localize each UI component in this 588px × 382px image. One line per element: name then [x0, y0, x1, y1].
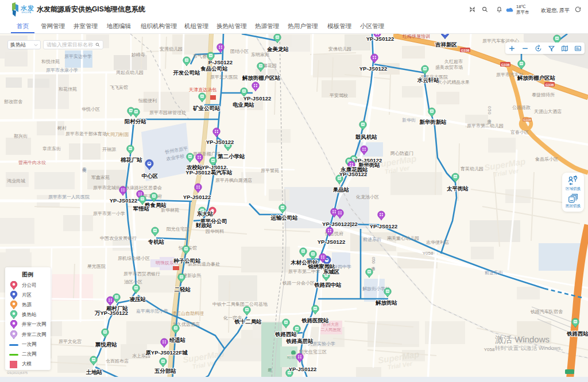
svg-text:育英幼儿园: 育英幼儿园: [460, 166, 483, 171]
svg-text:原平市西贸易银行: 原平市西贸易银行: [123, 271, 160, 276]
svg-text:原平市第一人民医院: 原平市第一人民医院: [48, 194, 90, 200]
svg-text:Y058: Y058: [484, 347, 495, 352]
svg-text:铁路医院站: 铁路医院站: [301, 317, 329, 323]
svg-text:Y058: Y058: [423, 251, 434, 256]
svg-text:嘉平南示范小学: 嘉平南示范小学: [136, 309, 168, 314]
svg-text:天津直达汤包: 天津直达汤包: [189, 87, 216, 92]
svg-text:水云轩站: 水云轩站: [417, 77, 440, 83]
svg-text:YP-JS0122: YP-JS0122: [339, 171, 368, 177]
svg-text:G338: G338: [461, 49, 470, 52]
svg-text:妙峰寺: 妙峰寺: [131, 52, 145, 57]
svg-text:铁路西站: 铁路西站: [274, 331, 297, 337]
svg-text:种子公司站: 种子公司站: [173, 258, 201, 264]
svg-text:运输公司站: 运输公司站: [270, 215, 298, 221]
svg-text:營南牛肉水饺: 營南牛肉水饺: [18, 160, 46, 165]
svg-text:天涯山大酒店: 天涯山大酒店: [534, 109, 562, 114]
svg-text:和花佳苑: 和花佳苑: [59, 87, 77, 92]
svg-text:YP-JS0122|22: YP-JS0122|22: [322, 221, 358, 227]
svg-text:公路路政: 公路路政: [512, 105, 531, 110]
svg-text:恒能便利: 恒能便利: [138, 98, 157, 103]
svg-text:飞飞宾馆: 飞飞宾馆: [110, 85, 128, 90]
svg-text:开福源: 开福源: [102, 147, 117, 152]
svg-text:化龙池小区: 化龙池小区: [355, 194, 379, 200]
svg-text:第二小学站: 第二小学站: [217, 153, 245, 159]
svg-text:万YP-JS0122: 万YP-JS0122: [94, 310, 128, 316]
svg-text:仓百姓布店: 仓百姓布店: [106, 358, 129, 364]
svg-text:五分部站: 五分部站: [154, 368, 177, 374]
svg-text:食品公司站: 食品公司站: [200, 65, 228, 72]
svg-text:经适站: 经适站: [169, 337, 186, 343]
svg-text:YP-JS0122: YP-JS0122: [318, 239, 346, 245]
svg-text:阳村分站: 阳村分站: [125, 118, 147, 124]
svg-text:东大站: 东大站: [196, 211, 214, 217]
svg-text:矿业公司站: 矿业公司站: [192, 105, 220, 111]
svg-text:阳光住宅区: 阳光住宅区: [167, 227, 189, 232]
svg-text:解放街棚户区站: 解放街棚户区站: [242, 75, 281, 81]
svg-text:大小武精品水果: 大小武精品水果: [438, 80, 470, 85]
svg-text:YP-JS012曷汽车站: YP-JS012曷汽车站: [185, 169, 233, 176]
svg-text:团结小区: 团结小区: [230, 49, 249, 54]
svg-text:周起点幼儿园: 周起点幼儿园: [116, 70, 144, 75]
svg-text:凌压站: 凌压站: [130, 296, 146, 302]
svg-text:中国农业发展银行: 中国农业发展银行: [100, 236, 137, 241]
svg-text:大同刀削面: 大同刀削面: [106, 132, 129, 137]
svg-text:太平街站: 太平街站: [446, 185, 469, 192]
svg-text:章庄东街: 章庄东街: [42, 146, 61, 151]
svg-text:鸿业尚城: 鸿业尚城: [7, 178, 25, 184]
svg-text:果品站: 果品站: [333, 186, 350, 193]
svg-text:原平丹枫白露酒店: 原平丹枫白露酒店: [215, 178, 252, 183]
svg-text:油区小区: 油区小区: [124, 279, 142, 284]
svg-text:志华便利店: 志华便利店: [426, 240, 449, 245]
svg-text:浸江山自助料理: 浸江山自助料理: [172, 311, 204, 316]
svg-text:YP-JS0122: YP-JS0122: [183, 194, 211, 200]
svg-text:园华饲料: 园华饲料: [206, 229, 224, 234]
svg-text:铁路一分会小区: 铁路一分会小区: [282, 280, 315, 286]
svg-text:安佛幼儿园: 安佛幼儿园: [328, 46, 351, 52]
svg-text:G338: G338: [546, 83, 554, 87]
svg-text:二轻站: 二轻站: [175, 286, 191, 293]
svg-text:和悦佳苑: 和悦佳苑: [41, 59, 60, 64]
svg-text:解放街棚户区站: 解放街棚户区站: [517, 75, 556, 81]
svg-text:原平市第一小学: 原平市第一小学: [93, 211, 125, 216]
svg-text:铁路高层站: 铁路高层站: [285, 338, 314, 344]
svg-text:原平市园林管理处: 原平市园林管理处: [149, 110, 186, 115]
svg-text:吉祥新区: 吉祥新区: [435, 41, 458, 48]
svg-text:军悟站: 军悟站: [133, 205, 150, 212]
svg-text:官春小区: 官春小区: [510, 130, 529, 135]
svg-text:铁路西站: 铁路西站: [566, 330, 588, 337]
svg-text:原平市第二中学: 原平市第二中学: [288, 269, 320, 274]
svg-text:星光医院: 星光医院: [87, 264, 106, 269]
svg-text:两心防盗门: 两心防盗门: [390, 151, 413, 156]
svg-text:盛美农贸市场: 盛美农贸市场: [435, 65, 463, 70]
svg-text:原平市老干部体育场: 原平市老干部体育场: [65, 131, 107, 137]
svg-text:久红超市: 久红超市: [444, 59, 463, 64]
svg-text:新华街: 新华街: [402, 118, 416, 123]
svg-text:安博幼儿园: 安博幼儿园: [160, 46, 183, 52]
svg-text:专机站: 专机站: [148, 239, 165, 245]
svg-text:华悦小区: 华悦小区: [82, 107, 100, 112]
svg-text:YP-JS0122: YP-JS0122: [110, 197, 138, 204]
svg-text:平安驾校: 平安驾校: [330, 93, 348, 98]
svg-text:铁路四中站: 铁路四中站: [314, 282, 342, 288]
svg-text:解放街站: 解放街站: [375, 299, 398, 306]
svg-text:YP-JS0122: YP-JS0122: [289, 366, 317, 372]
svg-text:票悦府站: 票悦府站: [95, 341, 118, 348]
svg-text:财政站: 财政站: [195, 222, 212, 228]
svg-text:原平北大医院: 原平北大医院: [210, 75, 238, 80]
svg-text:铁十二局站: 铁十二局站: [234, 318, 262, 325]
svg-text:铁路汽车队宿舍: 铁路汽车队宿舍: [530, 309, 563, 314]
svg-text:转到"设置"以激活 Windows。: 转到"设置"以激活 Windows。: [495, 345, 566, 351]
svg-text:鼓风机站: 鼓风机站: [355, 134, 378, 140]
svg-text:鄯兴街: 鄯兴街: [14, 134, 28, 139]
svg-text:中铁十二局集团二公司基地: 中铁十二局集团二公司基地: [212, 302, 268, 307]
svg-text:南关重心幼儿园: 南关重心幼儿园: [387, 236, 419, 241]
svg-text:G108: G108: [523, 118, 531, 122]
svg-text:二人民医院: 二人民医院: [321, 328, 341, 332]
svg-text:东城区: 东城区: [323, 268, 340, 275]
svg-text:电业局站: 电业局站: [233, 102, 255, 108]
svg-text:中心区: 中心区: [142, 173, 158, 179]
svg-text:部改宿舍: 部改宿舍: [4, 99, 22, 104]
svg-text:YP-JS0122: YP-JS0122: [366, 36, 394, 42]
svg-text:原平警苑: 原平警苑: [261, 168, 279, 173]
svg-text:开发公司站: 开发公司站: [172, 69, 200, 76]
